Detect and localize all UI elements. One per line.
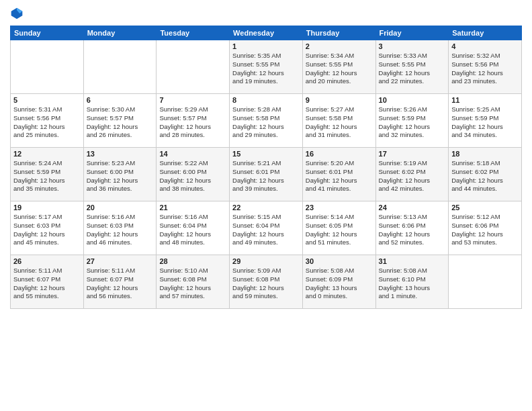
day-number: 31 — [379, 257, 446, 265]
day-number: 20 — [87, 203, 154, 212]
day-number: 29 — [232, 257, 300, 265]
day-info: Sunrise: 5:28 AM Sunset: 5:58 PM Dayligh… — [232, 105, 300, 140]
calendar-cell: 8Sunrise: 5:28 AM Sunset: 5:58 PM Daylig… — [230, 94, 303, 148]
day-number: 16 — [306, 150, 373, 158]
calendar-week-row: 1Sunrise: 5:35 AM Sunset: 5:55 PM Daylig… — [11, 40, 522, 94]
day-number: 25 — [451, 203, 519, 212]
day-info: Sunrise: 5:15 AM Sunset: 6:04 PM Dayligh… — [232, 213, 300, 247]
calendar-week-row: 5Sunrise: 5:31 AM Sunset: 5:56 PM Daylig… — [11, 94, 522, 148]
day-info: Sunrise: 5:16 AM Sunset: 6:03 PM Dayligh… — [87, 213, 154, 247]
day-info: Sunrise: 5:16 AM Sunset: 6:04 PM Dayligh… — [159, 213, 226, 247]
day-number: 17 — [379, 150, 446, 158]
calendar-cell: 30Sunrise: 5:08 AM Sunset: 6:09 PM Dayli… — [302, 255, 375, 309]
day-of-week-header: Tuesday — [157, 26, 230, 40]
day-info: Sunrise: 5:12 AM Sunset: 6:06 PM Dayligh… — [451, 213, 519, 247]
day-of-week-header: Monday — [83, 26, 157, 40]
day-info: Sunrise: 5:35 AM Sunset: 5:55 PM Dayligh… — [232, 52, 300, 86]
day-info: Sunrise: 5:23 AM Sunset: 6:00 PM Dayligh… — [87, 159, 154, 193]
day-info: Sunrise: 5:17 AM Sunset: 6:03 PM Dayligh… — [13, 213, 81, 247]
day-number: 9 — [306, 96, 373, 104]
day-number: 30 — [306, 257, 373, 265]
day-number: 10 — [379, 96, 446, 104]
day-number: 14 — [159, 150, 226, 158]
calendar-cell: 16Sunrise: 5:20 AM Sunset: 6:01 PM Dayli… — [302, 148, 375, 201]
calendar-cell: 3Sunrise: 5:33 AM Sunset: 5:55 PM Daylig… — [375, 40, 449, 94]
calendar-cell: 13Sunrise: 5:23 AM Sunset: 6:00 PM Dayli… — [83, 148, 157, 201]
calendar-cell: 29Sunrise: 5:09 AM Sunset: 6:08 PM Dayli… — [230, 255, 303, 309]
calendar-cell: 25Sunrise: 5:12 AM Sunset: 6:06 PM Dayli… — [449, 201, 522, 255]
day-of-week-header: Wednesday — [230, 26, 303, 40]
calendar-cell: 31Sunrise: 5:08 AM Sunset: 6:10 PM Dayli… — [375, 255, 449, 309]
day-info: Sunrise: 5:22 AM Sunset: 6:00 PM Dayligh… — [159, 159, 226, 193]
day-info: Sunrise: 5:27 AM Sunset: 5:58 PM Dayligh… — [306, 105, 373, 140]
day-number: 27 — [87, 257, 154, 265]
calendar-cell: 9Sunrise: 5:27 AM Sunset: 5:58 PM Daylig… — [302, 94, 375, 148]
day-info: Sunrise: 5:08 AM Sunset: 6:10 PM Dayligh… — [379, 267, 446, 301]
day-number: 26 — [13, 257, 81, 265]
day-info: Sunrise: 5:20 AM Sunset: 6:01 PM Dayligh… — [306, 159, 373, 193]
calendar-week-row: 19Sunrise: 5:17 AM Sunset: 6:03 PM Dayli… — [11, 201, 522, 255]
day-info: Sunrise: 5:25 AM Sunset: 5:59 PM Dayligh… — [451, 105, 519, 140]
calendar-cell: 23Sunrise: 5:14 AM Sunset: 6:05 PM Dayli… — [302, 201, 375, 255]
day-number: 22 — [232, 203, 300, 212]
day-of-week-header: Sunday — [11, 26, 84, 40]
day-number: 24 — [379, 203, 446, 212]
calendar-cell — [449, 255, 522, 309]
day-number: 19 — [13, 203, 81, 212]
day-of-week-header: Friday — [375, 26, 449, 40]
calendar-cell: 21Sunrise: 5:16 AM Sunset: 6:04 PM Dayli… — [157, 201, 230, 255]
day-number: 12 — [13, 150, 81, 158]
day-info: Sunrise: 5:31 AM Sunset: 5:56 PM Dayligh… — [13, 105, 81, 140]
day-info: Sunrise: 5:30 AM Sunset: 5:57 PM Dayligh… — [87, 105, 154, 140]
calendar-cell: 28Sunrise: 5:10 AM Sunset: 6:08 PM Dayli… — [157, 255, 230, 309]
day-number: 15 — [232, 150, 300, 158]
calendar-cell: 20Sunrise: 5:16 AM Sunset: 6:03 PM Dayli… — [83, 201, 157, 255]
day-info: Sunrise: 5:26 AM Sunset: 5:59 PM Dayligh… — [379, 105, 446, 140]
day-number: 7 — [159, 96, 226, 104]
calendar-cell — [157, 40, 230, 94]
day-info: Sunrise: 5:34 AM Sunset: 5:55 PM Dayligh… — [306, 52, 373, 86]
day-info: Sunrise: 5:33 AM Sunset: 5:55 PM Dayligh… — [379, 52, 446, 86]
day-number: 1 — [232, 42, 300, 50]
day-info: Sunrise: 5:10 AM Sunset: 6:08 PM Dayligh… — [159, 267, 226, 301]
calendar-cell: 7Sunrise: 5:29 AM Sunset: 5:57 PM Daylig… — [157, 94, 230, 148]
day-info: Sunrise: 5:11 AM Sunset: 6:07 PM Dayligh… — [87, 267, 154, 301]
day-info: Sunrise: 5:29 AM Sunset: 5:57 PM Dayligh… — [159, 105, 226, 140]
calendar-cell: 11Sunrise: 5:25 AM Sunset: 5:59 PM Dayli… — [449, 94, 522, 148]
day-info: Sunrise: 5:32 AM Sunset: 5:56 PM Dayligh… — [451, 52, 519, 86]
calendar-cell: 4Sunrise: 5:32 AM Sunset: 5:56 PM Daylig… — [449, 40, 522, 94]
day-info: Sunrise: 5:13 AM Sunset: 6:06 PM Dayligh… — [379, 213, 446, 247]
calendar-cell — [11, 40, 84, 94]
day-number: 3 — [379, 42, 446, 50]
day-of-week-header: Saturday — [449, 26, 522, 40]
logo — [10, 7, 26, 20]
calendar-cell: 2Sunrise: 5:34 AM Sunset: 5:55 PM Daylig… — [302, 40, 375, 94]
day-number: 23 — [306, 203, 373, 212]
calendar-cell — [83, 40, 157, 94]
logo-icon — [10, 7, 24, 20]
page-container: SundayMondayTuesdayWednesdayThursdayFrid… — [0, 0, 532, 411]
calendar-table: SundayMondayTuesdayWednesdayThursdayFrid… — [10, 26, 522, 309]
calendar-cell: 18Sunrise: 5:18 AM Sunset: 6:02 PM Dayli… — [449, 148, 522, 201]
day-info: Sunrise: 5:09 AM Sunset: 6:08 PM Dayligh… — [232, 267, 300, 301]
day-number: 21 — [159, 203, 226, 212]
calendar-cell: 12Sunrise: 5:24 AM Sunset: 5:59 PM Dayli… — [11, 148, 84, 201]
day-of-week-header: Thursday — [302, 26, 375, 40]
day-info: Sunrise: 5:21 AM Sunset: 6:01 PM Dayligh… — [232, 159, 300, 193]
day-number: 6 — [87, 96, 154, 104]
day-number: 4 — [451, 42, 519, 50]
calendar-cell: 6Sunrise: 5:30 AM Sunset: 5:57 PM Daylig… — [83, 94, 157, 148]
day-number: 28 — [159, 257, 226, 265]
day-info: Sunrise: 5:08 AM Sunset: 6:09 PM Dayligh… — [306, 267, 373, 301]
day-number: 2 — [306, 42, 373, 50]
header — [10, 7, 522, 20]
day-info: Sunrise: 5:11 AM Sunset: 6:07 PM Dayligh… — [13, 267, 81, 301]
day-number: 8 — [232, 96, 300, 104]
calendar-cell: 5Sunrise: 5:31 AM Sunset: 5:56 PM Daylig… — [11, 94, 84, 148]
day-number: 5 — [13, 96, 81, 104]
day-info: Sunrise: 5:24 AM Sunset: 5:59 PM Dayligh… — [13, 159, 81, 193]
header-row: SundayMondayTuesdayWednesdayThursdayFrid… — [11, 26, 522, 40]
day-number: 13 — [87, 150, 154, 158]
calendar-cell: 27Sunrise: 5:11 AM Sunset: 6:07 PM Dayli… — [83, 255, 157, 309]
calendar-week-row: 12Sunrise: 5:24 AM Sunset: 5:59 PM Dayli… — [11, 148, 522, 201]
